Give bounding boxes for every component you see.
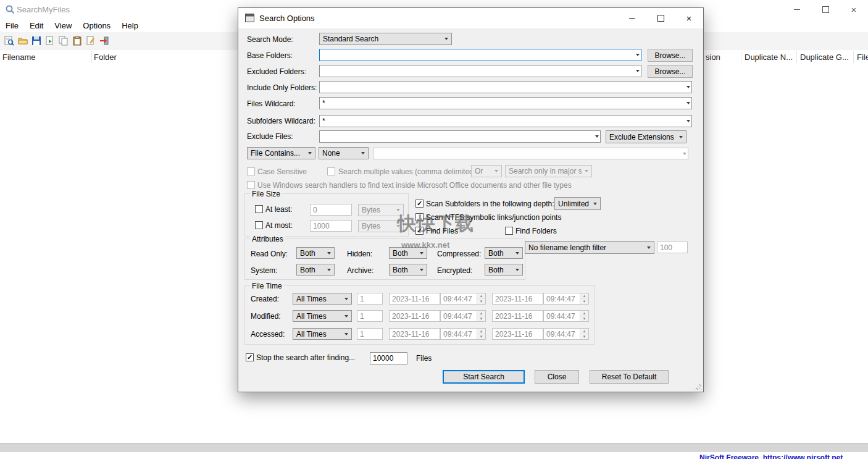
major-streams-select: Search only in major stre <box>505 165 592 177</box>
start-search-button[interactable]: Start Search <box>443 370 525 384</box>
ntfs-links-checkbox[interactable] <box>415 213 424 221</box>
chevron-down-icon <box>686 120 690 122</box>
contains-type-select[interactable]: None <box>319 147 369 159</box>
column-duplicate-g[interactable]: Duplicate G... <box>800 53 849 62</box>
close-icon: × <box>686 14 692 23</box>
subfolder-depth-select[interactable]: Unlimited <box>554 197 601 210</box>
spin-down-icon: ▾ <box>477 316 485 321</box>
modified-mode-select[interactable]: All Times <box>293 310 352 322</box>
encrypted-label: Encrypted: <box>437 266 472 275</box>
new-search-icon[interactable] <box>2 35 16 47</box>
created-time-from: 09:44:47 ▴▾ <box>440 293 486 305</box>
column-separator[interactable] <box>741 51 741 63</box>
properties-icon[interactable] <box>84 35 98 47</box>
copy-icon[interactable] <box>57 35 70 47</box>
menu-view[interactable]: View <box>49 21 77 30</box>
filename-length-filter-select[interactable]: No filename length filter <box>525 241 654 254</box>
column-extension[interactable]: sion <box>706 53 720 62</box>
close-dialog-button[interactable]: Close <box>535 370 579 384</box>
win-search-handlers-label: Use Windows search handlers to find text… <box>257 181 572 190</box>
attributes-group-title: Attributes <box>250 235 285 243</box>
column-file[interactable]: File <box>857 53 868 62</box>
search-mode-select[interactable]: Standard Search <box>319 33 452 45</box>
at-most-label: At most: <box>265 221 293 230</box>
scan-subfolders-checkbox[interactable]: ✓ <box>415 200 424 208</box>
column-separator[interactable] <box>91 51 92 63</box>
base-folders-browse-button[interactable]: Browse... <box>648 49 693 62</box>
hidden-select[interactable]: Both <box>389 247 427 259</box>
stop-after-checkbox[interactable]: ✓ <box>246 353 254 361</box>
chevron-down-icon <box>515 252 519 255</box>
at-least-unit-value: Bytes <box>362 206 393 214</box>
created-mode-select[interactable]: All Times <box>293 293 352 305</box>
chevron-down-icon <box>308 152 312 154</box>
menu-help[interactable]: Help <box>116 21 144 30</box>
paste-icon[interactable] <box>70 35 84 47</box>
spin-up-icon: ▴ <box>580 329 588 334</box>
system-select[interactable]: Both <box>296 264 335 276</box>
spinner: ▴▾ <box>580 311 588 321</box>
find-files-label: Find Files <box>426 227 458 235</box>
read-only-select[interactable]: Both <box>296 247 335 259</box>
stop-after-input[interactable] <box>370 352 407 364</box>
subfolders-wildcard-combo[interactable]: * <box>319 115 692 127</box>
nirsoft-link[interactable]: NirSoft Freeware, https://www.nirsoft.ne… <box>699 453 843 459</box>
at-least-checkbox[interactable] <box>255 205 263 213</box>
accessed-date-from: 2023-11-16 <box>389 328 440 340</box>
dialog-close-button[interactable]: × <box>675 8 703 28</box>
exclude-files-combo[interactable] <box>319 130 601 143</box>
encrypted-select[interactable]: Both <box>485 264 523 276</box>
excluded-folders-combo[interactable] <box>319 65 641 77</box>
open-folder-icon[interactable] <box>16 35 30 47</box>
column-folder[interactable]: Folder <box>94 53 117 62</box>
find-files-checkbox[interactable]: ✓ <box>415 227 424 235</box>
created-date-to: 2023-11-16 <box>492 293 543 305</box>
chevron-down-icon <box>585 170 588 172</box>
excluded-folders-browse-button[interactable]: Browse... <box>648 65 693 78</box>
column-separator[interactable] <box>853 51 854 63</box>
maximize-button[interactable] <box>811 0 840 19</box>
exit-icon[interactable] <box>98 35 111 47</box>
menu-edit[interactable]: Edit <box>24 21 49 30</box>
column-duplicate-n[interactable]: Duplicate N... <box>745 53 793 62</box>
base-folders-combo[interactable] <box>319 49 641 61</box>
at-most-checkbox[interactable] <box>255 221 263 229</box>
export-icon[interactable] <box>43 35 57 47</box>
menu-file[interactable]: File <box>0 21 24 30</box>
menu-options[interactable]: Options <box>77 21 116 30</box>
dialog-maximize-button[interactable] <box>646 8 675 28</box>
time-value: 09:44:47 <box>546 312 580 321</box>
chevron-down-icon <box>396 225 400 227</box>
file-contains-select[interactable]: File Contains... <box>247 147 315 159</box>
contains-text-combo <box>373 148 688 159</box>
exclude-extensions-mode-select[interactable]: Exclude Extensions List <box>606 130 686 143</box>
find-folders-checkbox[interactable] <box>505 227 513 235</box>
base-folders-label: Base Folders: <box>247 51 293 60</box>
date-value: 2023-11-16 <box>392 312 430 321</box>
save-icon[interactable] <box>30 35 43 47</box>
accessed-mode-select[interactable]: All Times <box>293 328 352 340</box>
dialog-minimize-button[interactable] <box>618 8 646 28</box>
close-button[interactable]: × <box>840 0 868 19</box>
maximize-icon <box>822 6 829 13</box>
time-value: 09:44:47 <box>546 295 580 303</box>
accessed-label: Accessed: <box>251 330 285 339</box>
time-value: 09:44:47 <box>546 330 580 339</box>
chevron-down-icon <box>344 315 348 318</box>
reset-default-button[interactable]: Reset To Default <box>590 370 669 384</box>
chevron-down-icon <box>647 246 651 249</box>
subfolder-depth-value: Unlimited <box>558 200 590 208</box>
compressed-select[interactable]: Both <box>485 247 523 259</box>
chevron-down-icon <box>344 333 348 335</box>
main-window-controls: × <box>783 0 868 19</box>
resize-grip[interactable] <box>694 382 701 390</box>
modified-date-to: 2023-11-16 <box>492 310 543 322</box>
column-filename[interactable]: Filename <box>2 53 35 62</box>
files-wildcard-combo[interactable]: * <box>319 97 692 109</box>
minimize-button[interactable] <box>783 0 811 19</box>
column-separator[interactable] <box>796 51 797 63</box>
horizontal-scrollbar[interactable] <box>0 443 868 452</box>
archive-select[interactable]: Both <box>389 264 427 276</box>
include-only-folders-combo[interactable] <box>319 81 692 93</box>
hidden-value: Both <box>393 249 417 258</box>
